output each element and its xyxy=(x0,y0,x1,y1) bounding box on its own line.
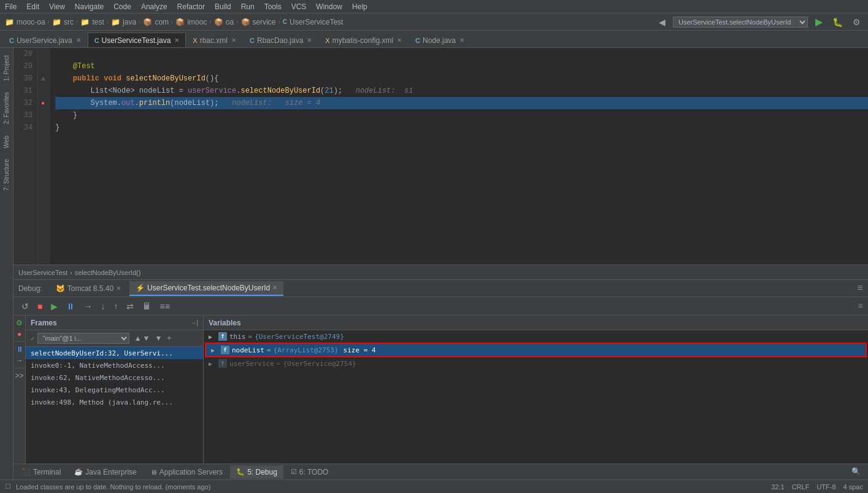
var-item-this[interactable]: ▶ f this = {UserServiceTest@2749} xyxy=(204,330,868,343)
bottom-tab-appservers[interactable]: 🖥 Application Servers xyxy=(144,465,229,479)
debug-rerun[interactable]: ↺ xyxy=(18,300,32,312)
menu-analyze[interactable]: Analyze xyxy=(141,2,167,11)
sidebar-tab-favorites[interactable]: 2: Favorites xyxy=(1,87,12,129)
debug-run-to-cursor[interactable]: ⇄ xyxy=(123,300,137,312)
sidebar-tab-web[interactable]: Web xyxy=(1,131,12,153)
tab-rbacdao[interactable]: C RbacDao.java ✕ xyxy=(243,33,318,47)
tab-close-rbacdao[interactable]: ✕ xyxy=(307,37,312,44)
frame-item-1[interactable]: invoke0:-1, NativeMethodAccess... xyxy=(26,359,203,371)
debug-pause[interactable]: ⏸ xyxy=(63,300,78,312)
tab-rbac[interactable]: X rbac.xml ✕ xyxy=(186,33,243,47)
var-expand-userservice[interactable]: ▶ xyxy=(209,360,216,367)
bc-test[interactable]: 📁 test xyxy=(80,18,104,26)
frames-header: Frames →| xyxy=(26,316,203,330)
bc-com[interactable]: 📦 com xyxy=(143,18,169,26)
frame-item-4[interactable]: invoke:498, Method (java.lang.re... xyxy=(26,396,203,408)
code-line-31: List<Node> nodeList = userService.select… xyxy=(55,85,868,97)
tab-icon-userservicetest: C xyxy=(94,37,99,44)
sidebar-tab-structure[interactable]: 7: Structure xyxy=(1,154,12,196)
bc-java[interactable]: 📁 java xyxy=(111,18,136,26)
bc-project[interactable]: 📁 mooc-oa xyxy=(5,18,45,26)
debug-tabs: Debug: 🐱 Tomcat 8.5.40 ✕ ⚡ UserServiceTe… xyxy=(13,280,868,297)
run-button[interactable]: ▶ xyxy=(813,15,825,29)
debug-config-button[interactable]: 🐛 xyxy=(830,16,845,28)
tab-node[interactable]: C Node.java ✕ xyxy=(409,33,471,47)
var-item-nodelist[interactable]: ▶ f nodeList = {ArrayList@2753} size = 4 xyxy=(206,344,866,356)
debug-step-into[interactable]: ↓ xyxy=(98,300,108,312)
bottom-tab-terminal[interactable]: ⬛ Terminal xyxy=(16,465,67,479)
sidebar-tab-project[interactable]: 1: Project xyxy=(1,50,12,86)
vars-content[interactable]: ▶ f this = {UserServiceTest@2749} ▶ f no xyxy=(204,330,868,464)
bc-src[interactable]: 📁 src xyxy=(52,18,74,26)
menu-code[interactable]: Code xyxy=(113,2,131,11)
nav-down[interactable]: ▼ xyxy=(143,334,150,343)
var-expand-this[interactable]: ▶ xyxy=(209,333,216,340)
debug-panel-menu[interactable]: ≡ xyxy=(857,283,863,294)
gutter-32-breakpoint[interactable]: ● xyxy=(38,97,48,109)
bc-class[interactable]: C UserServiceTest xyxy=(283,18,344,26)
menu-edit[interactable]: Edit xyxy=(26,2,39,11)
menu-navigate[interactable]: Navigate xyxy=(75,2,104,11)
method-selector[interactable]: UserServiceTest.selectNodeByUserId xyxy=(673,17,808,28)
bottom-tab-debug[interactable]: 🐛 5: Debug xyxy=(230,465,283,479)
bottom-tab-todo[interactable]: ☑ 6: TODO xyxy=(285,465,335,479)
frame-item-3[interactable]: invoke:43, DelegatingMethodAcc... xyxy=(26,384,203,396)
action-step[interactable]: → xyxy=(15,355,25,365)
code-line-28 xyxy=(55,48,868,60)
tab-close-mybatis[interactable]: ✕ xyxy=(397,37,402,44)
thread-name-dropdown[interactable]: "main"@1 i... xyxy=(37,333,129,344)
tab-userservice[interactable]: C UserService.java ✕ xyxy=(2,33,88,47)
debug-tab-userservicetest[interactable]: ⚡ UserServiceTest.selectNodeByUserId ✕ xyxy=(129,281,283,296)
filter-button[interactable]: ▼ xyxy=(155,334,162,343)
debug-toolbar-menu[interactable]: ≡ xyxy=(858,301,863,311)
code-lines: @Test public void selectNodeByUserId(){ … xyxy=(50,48,868,265)
debug-step-out[interactable]: ↑ xyxy=(110,300,121,312)
var-item-userservice[interactable]: ▶ f userService = {UserService@2754} xyxy=(204,357,868,370)
menu-build[interactable]: Build xyxy=(215,2,231,11)
add-frame-btn[interactable]: + xyxy=(167,334,171,343)
breadcrumb-nav-back[interactable]: ◀ xyxy=(656,16,668,28)
debug-resume[interactable]: ▶ xyxy=(48,300,61,312)
tab-mybatis[interactable]: X mybatis-config.xml ✕ xyxy=(318,33,409,47)
tab-close-rbac[interactable]: ✕ xyxy=(231,37,236,44)
action-restore[interactable]: ⚙ xyxy=(15,318,25,328)
menu-vcs[interactable]: VCS xyxy=(291,2,307,11)
menu-tools[interactable]: Tools xyxy=(264,2,282,11)
debug-step-over[interactable]: → xyxy=(80,300,95,312)
menu-file[interactable]: File xyxy=(5,2,17,11)
bottom-tab-enterprise[interactable]: ☕ Java Enterprise xyxy=(68,465,142,479)
var-icon-userservice: f xyxy=(218,359,227,368)
frame-item-2[interactable]: invoke:62, NativeMethodAccesso... xyxy=(26,371,203,384)
bc-sep8: › xyxy=(278,18,280,25)
tab-close-userservice[interactable]: ✕ xyxy=(76,37,81,44)
tab-close-userservicetest[interactable]: ✕ xyxy=(174,37,179,44)
menu-help[interactable]: Help xyxy=(352,2,367,11)
bc-service[interactable]: 📦 service xyxy=(241,18,276,26)
action-stop[interactable]: ● xyxy=(15,329,25,339)
frames-expand-btn[interactable]: →| xyxy=(190,319,198,326)
action-more[interactable]: >> xyxy=(15,371,25,381)
menu-run[interactable]: Run xyxy=(241,2,255,11)
nav-up[interactable]: ▲ xyxy=(134,334,142,343)
bc-oa[interactable]: 📦 oa xyxy=(214,18,234,26)
menu-refactor[interactable]: Refactor xyxy=(177,2,205,11)
debug-evaluate[interactable]: 🖩 xyxy=(139,300,154,312)
debug-stop[interactable]: ■ xyxy=(34,300,45,312)
menu-view[interactable]: View xyxy=(49,2,65,11)
frame-item-0[interactable]: selectNodeByUserId:32, UserServi... xyxy=(26,347,203,359)
debug-tab-tomcat[interactable]: 🐱 Tomcat 8.5.40 ✕ xyxy=(50,281,127,296)
debug-tab-tomcat-close[interactable]: ✕ xyxy=(116,285,121,292)
debug-label: Debug: xyxy=(18,284,42,293)
debug-watches[interactable]: ≡≡ xyxy=(156,300,172,312)
settings-button[interactable]: ⚙ xyxy=(850,16,863,28)
search-area: 🔍 xyxy=(847,467,866,476)
bc-imooc[interactable]: 📦 imooc xyxy=(175,18,207,26)
code-editor[interactable]: 28 29 30 31 32 33 34 ⚠ ● xyxy=(13,48,868,265)
menu-window[interactable]: Window xyxy=(316,2,342,11)
tab-close-node[interactable]: ✕ xyxy=(459,37,464,44)
debug-tab-userservice-close[interactable]: ✕ xyxy=(272,284,277,291)
frames-content[interactable]: selectNodeByUserId:32, UserServi... invo… xyxy=(26,347,203,464)
action-pause2[interactable]: ⏸ xyxy=(15,344,25,354)
tab-userservicetest[interactable]: C UserServiceTest.java ✕ xyxy=(88,33,186,47)
var-expand-nodelist[interactable]: ▶ xyxy=(211,347,218,354)
